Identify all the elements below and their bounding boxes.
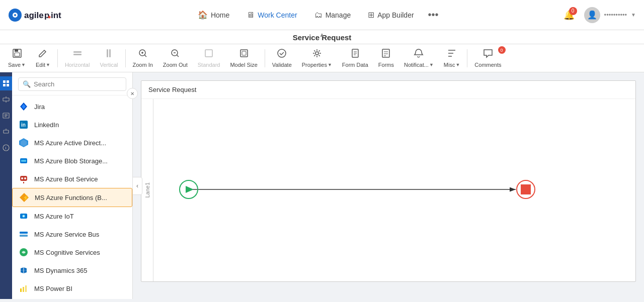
cognitive-icon xyxy=(18,247,29,258)
save-icon xyxy=(12,48,22,61)
svg-text:agile: agile xyxy=(24,11,44,20)
notifications-button[interactable]: Notificat... ▼ xyxy=(400,46,438,70)
comments-icon xyxy=(483,48,493,61)
forms-button[interactable]: Forms xyxy=(374,46,398,70)
lane-label-text: Lane1 xyxy=(144,182,150,198)
list-item[interactable]: MS Azure IoT xyxy=(12,207,132,225)
jira-icon xyxy=(18,101,29,112)
form-data-button[interactable]: Form Data xyxy=(338,46,372,70)
avatar: 👤 xyxy=(584,7,600,23)
list-item[interactable]: MS Azure Blob Storage... xyxy=(12,152,132,170)
nav-manage-label: Manage xyxy=(326,11,351,19)
svg-rect-63 xyxy=(20,232,28,234)
nav-home[interactable]: 🏠 Home xyxy=(191,6,236,24)
notifications-label: Notificat... xyxy=(404,62,429,68)
nav-app-builder-label: App Builder xyxy=(377,11,414,19)
svg-rect-8 xyxy=(15,49,18,52)
nav-app-builder[interactable]: ⊞ App Builder xyxy=(361,6,421,24)
list-item[interactable]: Jira xyxy=(12,97,132,116)
list-item[interactable]: MS Cognitive Services xyxy=(12,243,132,261)
panel-search: 🔍 xyxy=(12,72,132,95)
comments-button[interactable]: 0 Comments xyxy=(470,46,505,70)
dynamics-icon xyxy=(18,265,29,276)
sidebar-icon-info[interactable]: i xyxy=(0,141,12,155)
misc-button[interactable]: Misc ▼ xyxy=(440,46,464,70)
nav-work-center[interactable]: 🖥 Work Center xyxy=(239,7,304,24)
canvas-title: Service Request xyxy=(141,81,635,99)
zoom-out-button[interactable]: Zoom Out xyxy=(159,46,192,70)
properties-icon xyxy=(312,48,322,61)
properties-dropdown-arrow: ▼ xyxy=(328,62,332,67)
zoom-in-label: Zoom In xyxy=(133,62,153,68)
canvas-container: Service Request Lane1 xyxy=(141,80,636,282)
user-menu[interactable]: 👤 •••••••••• ▼ xyxy=(584,7,636,23)
nav-home-label: Home xyxy=(211,11,229,19)
notification-button[interactable]: 🔔 0 xyxy=(560,6,578,24)
collapse-panel-button[interactable]: ‹ xyxy=(132,177,142,195)
user-icon: 👤 xyxy=(587,10,597,20)
horizontal-button: Horizontal xyxy=(61,46,94,70)
list-item[interactable]: in LinkedIn xyxy=(12,116,132,134)
chevron-down-icon: ▼ xyxy=(631,12,636,18)
edit-button[interactable]: Edit ▼ xyxy=(32,46,54,70)
list-item[interactable]: MS Azure Bot Service xyxy=(12,170,132,188)
list-item-label: LinkedIn xyxy=(34,121,59,129)
nav-more-button[interactable]: ••• xyxy=(424,7,443,23)
svg-rect-54 xyxy=(21,160,26,162)
svg-rect-34 xyxy=(3,80,6,83)
list-item[interactable]: MS Power BI xyxy=(12,279,132,297)
list-item-selected[interactable]: ⚡ MS Azure Functions (B... xyxy=(12,188,132,207)
search-input[interactable] xyxy=(34,80,122,88)
misc-label: Misc xyxy=(444,62,455,68)
comments-label: Comments xyxy=(474,62,501,68)
zoom-in-button[interactable]: Zoom In xyxy=(129,46,157,70)
svg-rect-22 xyxy=(240,50,248,57)
svg-rect-35 xyxy=(7,80,9,83)
workflow-area[interactable] xyxy=(153,99,635,281)
edit-label: Edit xyxy=(36,62,45,68)
standard-icon xyxy=(204,48,214,61)
separator-4 xyxy=(467,49,467,67)
sidebar-icon-grid[interactable] xyxy=(0,76,12,90)
nav-manage[interactable]: 🗂 Manage xyxy=(307,7,358,24)
svg-rect-9 xyxy=(15,53,20,56)
comments-badge: 0 xyxy=(498,46,506,54)
validate-button[interactable]: Validate xyxy=(268,46,296,70)
lane-label: Lane1 xyxy=(141,99,153,281)
sidebar-icon-list[interactable] xyxy=(0,109,12,123)
misc-icon xyxy=(447,48,457,61)
vertical-label: Vertical xyxy=(100,62,118,68)
svg-point-5 xyxy=(48,16,51,18)
list-item[interactable]: MS Azure Active Direct... xyxy=(12,134,132,152)
properties-button[interactable]: Properties ▼ xyxy=(298,46,336,70)
nav-right: 🔔 0 👤 •••••••••• ▼ xyxy=(560,6,636,24)
separator-2 xyxy=(125,49,126,67)
azure-blob-icon xyxy=(18,155,29,166)
svg-rect-68 xyxy=(25,285,27,292)
svg-rect-36 xyxy=(3,84,6,86)
svg-rect-30 xyxy=(382,49,389,57)
list-item[interactable]: MS Dynamics 365 xyxy=(12,261,132,279)
search-box[interactable]: 🔍 xyxy=(18,77,126,91)
svg-rect-13 xyxy=(109,49,111,57)
list-item-label: MS Power BI xyxy=(34,285,72,292)
close-panel-button[interactable]: ✕ xyxy=(127,88,138,99)
chevron-up-icon[interactable]: ▲ xyxy=(319,31,325,38)
azure-bot-icon xyxy=(18,173,29,184)
list-item[interactable]: MS Azure Service Bus xyxy=(12,225,132,243)
model-size-button[interactable]: Model Size xyxy=(226,46,261,70)
svg-rect-64 xyxy=(20,235,28,237)
sidebar-icon-diagram[interactable] xyxy=(0,92,12,107)
svg-text:in: in xyxy=(21,122,26,128)
logo[interactable]: agile p int xyxy=(8,6,73,24)
sidebar-icon-settings[interactable] xyxy=(0,125,12,139)
azure-sb-icon xyxy=(18,229,29,240)
main-content: i 🔍 Jira xyxy=(0,72,644,299)
save-label: Save xyxy=(8,62,21,68)
svg-marker-72 xyxy=(186,186,194,193)
svg-point-2 xyxy=(14,14,16,16)
svg-text:⚡: ⚡ xyxy=(23,194,29,201)
grid-icon: ⊞ xyxy=(368,10,374,20)
svg-line-20 xyxy=(177,55,179,57)
save-button[interactable]: Save ▼ xyxy=(4,46,30,70)
